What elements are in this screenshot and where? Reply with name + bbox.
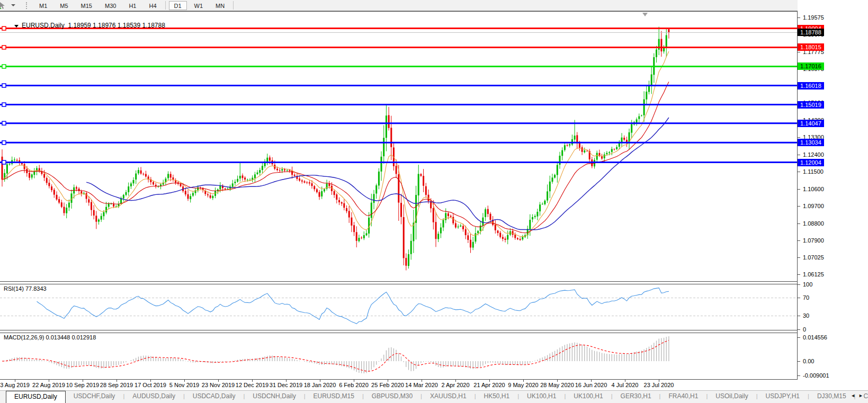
hline-handle[interactable]: [2, 46, 6, 49]
chart-tab-uk100-h1[interactable]: UK100,H1: [566, 391, 611, 403]
axis-tick: [798, 361, 800, 362]
chart-tab-xauusd-h1[interactable]: XAUUSD,H1: [422, 391, 475, 403]
timeframe-button-m15[interactable]: M15: [76, 1, 97, 10]
date-label: 22 Aug 2019: [32, 382, 65, 388]
toolbar-separator: [233, 1, 234, 10]
hline-price-label: 1.16018: [798, 82, 824, 89]
axis-tick: [798, 52, 800, 52]
axis-tick: [798, 298, 800, 298]
right-axis[interactable]: 1.195751.186751.177751.168751.159751.151…: [798, 0, 868, 403]
axis-tick-label: 1.19575: [803, 14, 824, 21]
hline-handle[interactable]: [2, 141, 6, 145]
axis-tick-label: 100: [803, 281, 812, 288]
timeframe-toolbar: M1M5M15M30H1H4D1W1MN: [0, 0, 868, 11]
date-label: 23 Jul 2020: [644, 382, 674, 388]
chart-title: EURUSD,Daily 1.18959 1.18976 1.18539 1.1…: [4, 14, 165, 37]
macd-signal-line: [2, 341, 669, 372]
tab-scroll-right-icon[interactable]: ►: [858, 393, 866, 398]
rsi-line: [37, 288, 669, 324]
timeframe-button-d1[interactable]: D1: [169, 1, 187, 10]
price-chart-panel[interactable]: EURUSD,Daily 1.18959 1.18976 1.18539 1.1…: [0, 11, 797, 282]
chart-tab-eurusd-m15[interactable]: EURUSD,M15: [306, 391, 362, 403]
timeframe-button-w1[interactable]: W1: [189, 1, 209, 10]
axis-tick: [798, 329, 800, 330]
timeframe-button-mn[interactable]: MN: [210, 1, 230, 10]
chart-tab-hk50-h1[interactable]: HK50,H1: [476, 391, 518, 403]
date-label: 6 Feb 2020: [339, 382, 369, 388]
tab-scroll-left-icon[interactable]: ◄: [851, 393, 858, 398]
date-label: 28 May 2020: [540, 382, 574, 388]
ma-sma35-line: [86, 118, 669, 230]
axis-tick-label: 70: [803, 294, 809, 301]
rsi-plot: [0, 284, 797, 330]
axis-tick: [798, 189, 800, 190]
date-label: 18 Jan 2020: [304, 382, 336, 388]
hline-handle[interactable]: [2, 121, 6, 125]
chart-tab-fra40-h1[interactable]: FRA40,H1: [660, 391, 706, 403]
chart-tab-ger30-h1[interactable]: GER30,H1: [613, 391, 659, 403]
chart-tab-usdjpy-h1[interactable]: USDJPY,H1: [758, 391, 808, 403]
chart-tab-usdchf-daily[interactable]: USDCHF,Daily: [66, 391, 123, 403]
macd-panel[interactable]: MACD(12,26,9) 0.013448 0.012918: [0, 333, 797, 380]
chart-symbol: EURUSD,Daily: [22, 22, 65, 29]
chart-tab-bar: EURUSD,DailyUSDCHF,Daily|AUDUSD,Daily|US…: [0, 390, 868, 403]
tab-scroll-arrows: ◄►: [851, 393, 866, 398]
hline-handle[interactable]: [2, 103, 6, 106]
toolbar-grip: [26, 2, 28, 9]
axis-tick: [798, 375, 800, 376]
chart-tab-usoil-daily[interactable]: USOil,Daily: [708, 391, 756, 403]
chart-tab-gbpusd-m30[interactable]: GBPUSD,M30: [364, 391, 420, 403]
axis-tick-label: 1.06125: [803, 271, 824, 278]
timeframe-button-h4[interactable]: H4: [144, 1, 162, 10]
chart-tab-audusd-daily[interactable]: AUDUSD,Daily: [124, 391, 183, 403]
chart-tab-uk100-h1[interactable]: UK100,H1: [519, 391, 564, 403]
timeframe-button-m30[interactable]: M30: [100, 1, 121, 10]
timeframe-button-h1[interactable]: H1: [123, 1, 141, 10]
axis-tick: [798, 240, 800, 241]
date-axis[interactable]: 3 Aug 201922 Aug 201910 Sep 201928 Sep 2…: [0, 380, 797, 390]
date-label: 28 Sep 2019: [100, 382, 133, 388]
chevron-down-icon[interactable]: [11, 4, 15, 6]
chart-cursor-icon[interactable]: [0, 2, 6, 10]
axis-tick: [798, 206, 800, 207]
timeframe-button-m1[interactable]: M1: [34, 1, 52, 10]
axis-tick: [798, 337, 800, 338]
date-label: 25 Feb 2020: [371, 382, 404, 388]
chart-tab-usdcad-daily[interactable]: USDCAD,Daily: [185, 391, 244, 403]
chart-tab-dj30-m15[interactable]: DJ30,M15: [809, 391, 854, 403]
chart-shift-marker[interactable]: [642, 13, 648, 16]
axis-tick: [798, 155, 800, 155]
hline-price-label: 1.14047: [798, 120, 824, 127]
bid-price-label: 1.18788: [798, 29, 824, 36]
chart-tab-eurusd-daily[interactable]: EURUSD,Daily: [6, 391, 66, 403]
hline-price-label: 1.15019: [798, 101, 824, 109]
axis-tick-label: 0.00: [803, 358, 814, 365]
rsi-panel[interactable]: RSI(14) 77.8343: [0, 284, 797, 330]
axis-tick-label: 1.10600: [803, 186, 824, 193]
hline-handle[interactable]: [2, 160, 6, 164]
hline-price-label: 1.18015: [798, 43, 824, 51]
chart-tab-usdcnh-daily[interactable]: USDCNH,Daily: [245, 391, 303, 403]
axis-tick: [798, 223, 800, 224]
date-label: 12 Dec 2019: [236, 382, 269, 388]
timeframe-button-m5[interactable]: M5: [55, 1, 73, 10]
macd-label: MACD(12,26,9) 0.013448 0.012918: [4, 334, 96, 341]
chevron-down-icon[interactable]: [14, 25, 19, 28]
mt4-window: M1M5M15M30H1H4D1W1MN EURUSD,Daily 1.1895…: [0, 0, 868, 403]
axis-tick: [798, 257, 800, 258]
hline-price-label: 1.17016: [798, 62, 824, 70]
date-label: 4 Jul 2020: [612, 382, 639, 388]
rsi-label: RSI(14) 77.8343: [4, 285, 47, 292]
axis-tick-label: 1.08800: [803, 220, 824, 227]
hline-handle[interactable]: [2, 84, 6, 87]
axis-tick: [798, 172, 800, 172]
axis-tick-label: 0: [803, 326, 806, 333]
date-label: 16 Jun 2020: [575, 382, 607, 388]
axis-tick-label: 1.09700: [803, 203, 824, 210]
date-label: 9 May 2020: [508, 382, 538, 388]
hline-handle[interactable]: [2, 65, 6, 68]
chart-ohlc-values: 1.18959 1.18976 1.18539 1.18788: [68, 22, 165, 29]
axis-tick-label: 1.12400: [803, 151, 824, 158]
axis-tick-label: 30: [803, 312, 809, 319]
axis-tick: [798, 284, 800, 285]
